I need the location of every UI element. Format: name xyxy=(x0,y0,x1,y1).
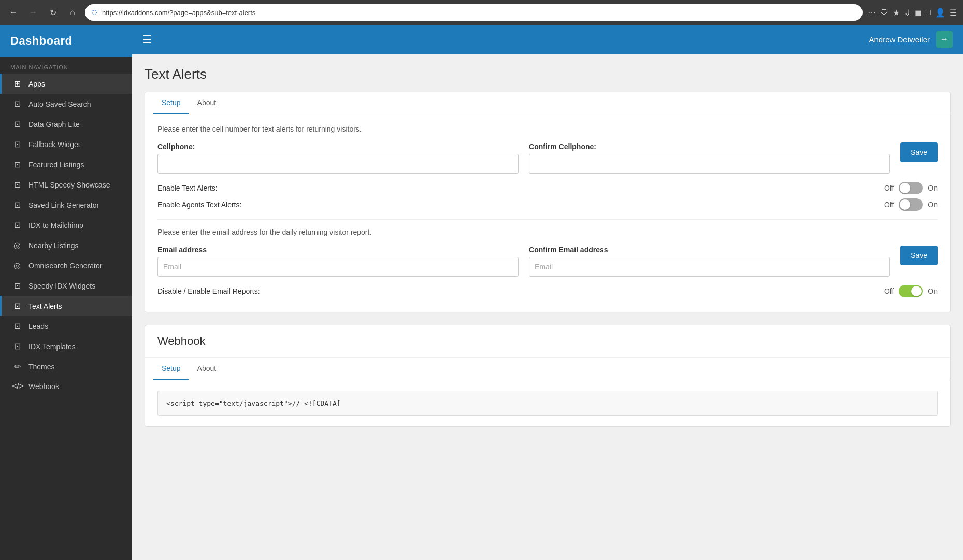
mailchimp-icon: ⊡ xyxy=(12,220,22,230)
sidebar-item-label-html-speedy: HTML Speedy Showcase xyxy=(28,181,110,189)
cellphone-row: Cellphone: Confirm Cellphone: Save xyxy=(157,142,938,174)
webhook-tabs: Setup About xyxy=(145,358,950,380)
enable-text-alerts-label: Enable Text Alerts: xyxy=(157,184,858,192)
toggle-agents[interactable] xyxy=(899,198,923,211)
off-label-agents: Off xyxy=(884,200,894,209)
saved-link-icon: ⊡ xyxy=(12,200,22,210)
header-logout-button[interactable]: → xyxy=(936,31,953,48)
sidebar-item-label-auto-saved-search: Auto Saved Search xyxy=(28,100,91,108)
sidebar-item-saved-link-generator[interactable]: ⊡ Saved Link Generator xyxy=(0,195,132,215)
sidebar-item-label-idx-templates: IDX Templates xyxy=(28,342,76,351)
more-options-icon[interactable]: ⋯ xyxy=(868,8,876,18)
save-button-2[interactable]: Save xyxy=(900,246,938,265)
on-label-email: On xyxy=(928,287,938,295)
confirm-cellphone-input[interactable] xyxy=(529,154,890,174)
browser-chrome: ← → ↻ ⌂ 🛡 https://idxaddons.com/?page=ap… xyxy=(0,0,963,25)
sidebar-item-auto-saved-search[interactable]: ⊡ Auto Saved Search xyxy=(0,94,132,114)
webhook-body: <script type="text/javascript">// <![CDA… xyxy=(145,380,950,426)
confirm-email-input[interactable] xyxy=(529,257,890,277)
omnisearch-icon: ◎ xyxy=(12,261,22,270)
download-icon[interactable]: ⇓ xyxy=(904,8,911,18)
profile-icon[interactable]: 👤 xyxy=(935,8,945,18)
star-icon[interactable]: ★ xyxy=(893,8,900,18)
webhook-tab-setup[interactable]: Setup xyxy=(153,358,189,380)
sidebar-item-label-speedy-idx: Speedy IDX Widgets xyxy=(28,282,95,290)
sidebar-item-leads[interactable]: ⊡ Leads xyxy=(0,316,132,336)
enable-text-alerts-row: Enable Text Alerts: Off On xyxy=(157,182,938,194)
sidebar: Dashboard MAIN NAVIGATION ⊞ Apps ⊡ Auto … xyxy=(0,25,132,560)
off-label-email: Off xyxy=(884,287,894,295)
tab-setup[interactable]: Setup xyxy=(153,92,189,114)
tabs-icon[interactable]: □ xyxy=(926,8,931,17)
sidebar-item-apps[interactable]: ⊞ Apps xyxy=(0,74,132,94)
forward-button[interactable]: → xyxy=(26,5,40,20)
toggle-text-alerts[interactable] xyxy=(899,182,923,194)
webhook-code-text: <script type="text/javascript">// <![CDA… xyxy=(166,399,341,407)
browser-right-icons: ⋯ 🛡 ★ ⇓ ◼ □ 👤 ☰ xyxy=(868,8,957,18)
fallback-widget-icon: ⊡ xyxy=(12,139,22,149)
home-button[interactable]: ⌂ xyxy=(65,5,80,20)
logout-icon: → xyxy=(940,35,948,44)
save-btn-1-group: Save xyxy=(900,142,938,162)
toggle-text-alerts-group: Off On xyxy=(884,182,938,194)
on-label-text-alerts: On xyxy=(928,184,938,192)
sidebar-item-label-leads: Leads xyxy=(28,322,48,331)
sidebar-item-idx-templates[interactable]: ⊡ IDX Templates xyxy=(0,336,132,356)
sidebar-item-label-themes: Themes xyxy=(28,363,55,371)
sidebar-item-label-featured-listings: Featured Listings xyxy=(28,161,84,169)
back-button[interactable]: ← xyxy=(6,5,21,20)
sidebar-item-webhook[interactable]: </> Webhook xyxy=(0,377,132,396)
sidebar-item-label-data-graph-lite: Data Graph Lite xyxy=(28,120,80,128)
divider-1 xyxy=(157,219,938,220)
cellphone-input[interactable] xyxy=(157,154,519,174)
email-group: Email address xyxy=(157,246,519,277)
sidebar-item-text-alerts[interactable]: ⊡ Text Alerts xyxy=(0,296,132,316)
save-button-1[interactable]: Save xyxy=(900,142,938,162)
toggle-email-reports[interactable] xyxy=(899,285,923,297)
html-speedy-icon: ⊡ xyxy=(12,180,22,190)
email-input[interactable] xyxy=(157,257,519,277)
sidebar-item-themes[interactable]: ✏ Themes xyxy=(0,356,132,377)
text-alerts-tabs: Setup About xyxy=(145,92,950,114)
cellphone-group: Cellphone: xyxy=(157,142,519,174)
bookmark-shield-icon[interactable]: 🛡 xyxy=(880,8,888,17)
sidebar-header: Dashboard xyxy=(0,25,132,57)
on-label-agents: On xyxy=(928,200,938,209)
save-btn-2-group: Save xyxy=(900,246,938,265)
apps-icon: ⊞ xyxy=(12,79,22,89)
webhook-code-block: <script type="text/javascript">// <![CDA… xyxy=(157,391,938,416)
sidebar-item-nearby-listings[interactable]: ◎ Nearby Listings xyxy=(0,235,132,255)
shield-icon: 🛡 xyxy=(91,9,98,17)
themes-icon: ✏ xyxy=(12,362,22,371)
webhook-tab-about[interactable]: About xyxy=(189,358,225,380)
leads-icon: ⊡ xyxy=(12,321,22,331)
sidebar-item-label-saved-link: Saved Link Generator xyxy=(28,201,99,209)
sidebar-item-featured-listings[interactable]: ⊡ Featured Listings xyxy=(0,154,132,175)
header-username: Andrew Detweiler xyxy=(869,35,930,44)
sidebar-item-fallback-widget[interactable]: ⊡ Fallback Widget xyxy=(0,134,132,154)
sidebar-item-speedy-idx[interactable]: ⊡ Speedy IDX Widgets xyxy=(0,276,132,296)
sidebar-item-html-speedy-showcase[interactable]: ⊡ HTML Speedy Showcase xyxy=(0,175,132,195)
address-bar-container: 🛡 https://idxaddons.com/?page=apps&sub=t… xyxy=(85,4,863,21)
email-info-text: Please enter the email address for the d… xyxy=(157,228,938,236)
sidebar-item-idx-to-mailchimp[interactable]: ⊡ IDX to Mailchimp xyxy=(0,215,132,235)
main-content: Text Alerts Setup About Please enter the… xyxy=(132,54,963,560)
sidebar-item-data-graph-lite[interactable]: ⊡ Data Graph Lite xyxy=(0,114,132,134)
text-alerts-icon: ⊡ xyxy=(12,301,22,311)
menu-icon[interactable]: ☰ xyxy=(950,8,957,18)
address-bar-url[interactable]: https://idxaddons.com/?page=apps&sub=tex… xyxy=(102,9,856,17)
app-container: Dashboard MAIN NAVIGATION ⊞ Apps ⊡ Auto … xyxy=(0,25,963,560)
sidebar-item-label-fallback-widget: Fallback Widget xyxy=(28,140,80,149)
sidebar-item-omnisearch[interactable]: ◎ Omnisearch Generator xyxy=(0,255,132,276)
auto-saved-search-icon: ⊡ xyxy=(12,99,22,109)
sidebar-item-label-omnisearch: Omnisearch Generator xyxy=(28,262,102,270)
enable-agents-row: Enable Agents Text Alerts: Off On xyxy=(157,198,938,211)
library-icon[interactable]: ◼ xyxy=(915,8,922,18)
sidebar-item-label-text-alerts: Text Alerts xyxy=(28,302,62,310)
disable-enable-email-row: Disable / Enable Email Reports: Off On xyxy=(157,285,938,297)
toggle-email-group: Off On xyxy=(884,285,938,297)
refresh-button[interactable]: ↻ xyxy=(46,5,60,20)
email-label: Email address xyxy=(157,246,519,254)
tab-about[interactable]: About xyxy=(189,92,225,114)
hamburger-button[interactable]: ☰ xyxy=(142,33,152,46)
